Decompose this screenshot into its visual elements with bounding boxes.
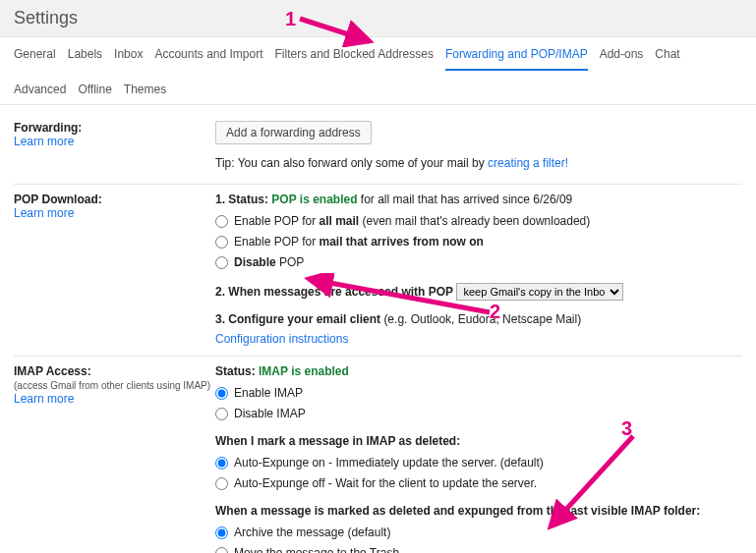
imap-disable-radio[interactable] xyxy=(215,408,228,420)
tab-general[interactable]: General xyxy=(14,47,56,71)
pop-disable-radio[interactable] xyxy=(215,256,228,269)
pop-status-suffix: for all mail that has arrived since 6/26… xyxy=(358,193,573,206)
forwarding-label: Forwarding: xyxy=(14,121,82,135)
exp-archive-label: Archive the message (default) xyxy=(234,524,390,541)
section-forwarding: Forwarding: Learn more Add a forwarding … xyxy=(14,113,742,185)
imap-enable-label: Enable IMAP xyxy=(234,384,303,402)
tab-addons[interactable]: Add-ons xyxy=(600,47,644,71)
tab-forwarding-pop-imap[interactable]: Forwarding and POP/IMAP xyxy=(445,47,588,71)
imap-subtitle: (access Gmail from other clients using I… xyxy=(14,380,210,391)
forwarding-tip: Tip: You can also forward only some of y… xyxy=(215,156,742,170)
pop-configure-label: 3. Configure your email client xyxy=(215,312,383,326)
pop-now-bold: mail that arrives from now on xyxy=(320,235,484,249)
imap-deleted-heading: When I mark a message in IMAP as deleted… xyxy=(215,434,742,448)
tab-offline[interactable]: Offline xyxy=(78,83,111,104)
pop-learn-more[interactable]: Learn more xyxy=(14,206,74,220)
forwarding-tip-text: Tip: You can also forward only some of y… xyxy=(215,156,488,170)
pop-all-pre: Enable POP for xyxy=(234,214,320,228)
imap-disable-label: Disable IMAP xyxy=(234,405,306,422)
exp-archive-radio[interactable] xyxy=(215,526,228,539)
pop-now-pre: Enable POP for xyxy=(234,235,320,249)
tab-accounts[interactable]: Accounts and Import xyxy=(154,47,262,71)
imap-status-value: IMAP is enabled xyxy=(259,364,349,378)
section-imap: IMAP Access: (access Gmail from other cl… xyxy=(14,357,742,553)
tab-themes[interactable]: Themes xyxy=(124,83,166,104)
imap-status-label: Status: xyxy=(215,364,259,378)
page-title: Settings xyxy=(14,8,742,28)
expunge-off-radio[interactable] xyxy=(215,477,228,490)
section-pop: POP Download: Learn more 1. Status: POP … xyxy=(14,185,742,357)
tab-labels[interactable]: Labels xyxy=(68,47,102,71)
tab-chat[interactable]: Chat xyxy=(655,47,679,71)
pop-status-value: POP is enabled xyxy=(271,193,357,206)
imap-learn-more[interactable]: Learn more xyxy=(14,392,74,406)
exp-trash-label: Move the message to the Trash xyxy=(234,544,399,553)
imap-enable-radio[interactable] xyxy=(215,387,228,400)
forwarding-learn-more[interactable]: Learn more xyxy=(14,135,74,148)
pop-all-suffix: (even mail that's already been downloade… xyxy=(359,214,590,228)
pop-disable-bold: Disable xyxy=(234,255,276,269)
pop-label: POP Download: xyxy=(14,193,102,206)
exp-trash-radio[interactable] xyxy=(215,547,228,554)
pop-config-instructions-link[interactable]: Configuration instructions xyxy=(215,332,348,346)
pop-disable-suffix: POP xyxy=(276,255,305,269)
add-forwarding-button[interactable]: Add a forwarding address xyxy=(215,121,372,144)
imap-label: IMAP Access: xyxy=(14,364,91,378)
tab-filters[interactable]: Filters and Blocked Addresses xyxy=(275,47,434,71)
tab-inbox[interactable]: Inbox xyxy=(114,47,143,71)
settings-tabs: General Labels Inbox Accounts and Import… xyxy=(0,37,756,105)
pop-enable-all-radio[interactable] xyxy=(215,215,228,228)
expunge-on-label: Auto-Expunge on - Immediately update the… xyxy=(234,454,544,471)
pop-access-label: 2. When messages are accessed with POP xyxy=(215,285,453,299)
creating-filter-link[interactable]: creating a filter! xyxy=(488,156,568,170)
settings-header: Settings xyxy=(0,0,756,37)
pop-status-label: 1. Status: xyxy=(215,193,271,206)
pop-access-select[interactable]: keep Gmail's copy in the Inbox xyxy=(456,283,623,301)
pop-all-bold: all mail xyxy=(320,214,360,228)
expunge-off-label: Auto-Expunge off - Wait for the client t… xyxy=(234,474,537,492)
tab-advanced[interactable]: Advanced xyxy=(14,83,66,104)
pop-configure-suffix: (e.g. Outlook, Eudora, Netscape Mail) xyxy=(383,312,581,326)
imap-expunged-heading: When a message is marked as deleted and … xyxy=(215,504,742,518)
expunge-on-radio[interactable] xyxy=(215,457,228,470)
pop-enable-now-radio[interactable] xyxy=(215,236,228,249)
